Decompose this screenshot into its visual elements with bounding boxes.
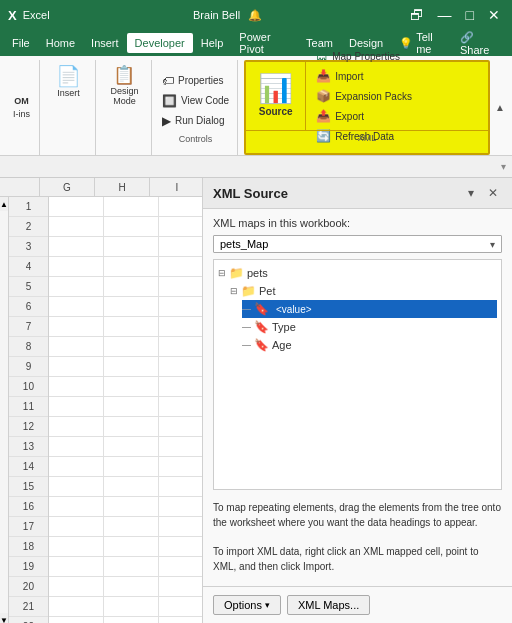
tree-item-value[interactable]: — 🔖 <value> [242,300,497,318]
cell-g20[interactable] [49,577,104,597]
cell-i9[interactable] [159,357,202,377]
cell-g7[interactable] [49,317,104,337]
scrollbar-vertical[interactable]: ▲ ▼ [0,197,9,623]
scroll-down-button[interactable]: ▼ [0,613,8,623]
source-button[interactable]: 📊 Source [246,62,306,130]
table-row[interactable] [49,537,202,557]
tree-item-age[interactable]: — 🔖 Age [242,336,497,354]
xml-maps-dropdown[interactable]: pets_Map ▾ [213,235,502,253]
expansion-packs-button[interactable]: 📦 Expansion Packs [312,87,416,105]
table-row[interactable] [49,557,202,577]
view-code-button[interactable]: 🔲 View Code [158,92,233,110]
cell-g12[interactable] [49,417,104,437]
cell-g11[interactable] [49,397,104,417]
cell-g3[interactable] [49,237,104,257]
table-row[interactable] [49,317,202,337]
cell-h13[interactable] [104,437,159,457]
table-row[interactable] [49,497,202,517]
table-row[interactable] [49,237,202,257]
design-mode-button[interactable]: 📋 DesignMode [108,64,140,108]
cell-i19[interactable] [159,557,202,577]
cell-g10[interactable] [49,377,104,397]
close-button[interactable]: ✕ [484,7,504,23]
export-button[interactable]: 📤 Export [312,107,416,125]
cell-i10[interactable] [159,377,202,397]
cell-h20[interactable] [104,577,159,597]
run-dialog-button[interactable]: ▶ Run Dialog [158,112,233,130]
cell-i6[interactable] [159,297,202,317]
cell-i8[interactable] [159,337,202,357]
properties-button[interactable]: 🏷 Properties [158,72,233,90]
cell-g17[interactable] [49,517,104,537]
cell-h7[interactable] [104,317,159,337]
cell-i13[interactable] [159,437,202,457]
cell-h15[interactable] [104,477,159,497]
table-row[interactable] [49,297,202,317]
table-row[interactable] [49,477,202,497]
cell-i1[interactable] [159,197,202,217]
cell-i17[interactable] [159,517,202,537]
cell-i15[interactable] [159,477,202,497]
cell-h19[interactable] [104,557,159,577]
cell-h3[interactable] [104,237,159,257]
table-row[interactable] [49,617,202,623]
menu-item-share[interactable]: 🔗 Share [452,27,508,60]
cell-i7[interactable] [159,317,202,337]
cell-h6[interactable] [104,297,159,317]
import-button[interactable]: 📥 Import [312,67,416,85]
menu-item-file[interactable]: File [4,33,38,53]
xml-maps-button[interactable]: XML Maps... [287,595,370,615]
table-row[interactable] [49,217,202,237]
table-row[interactable] [49,417,202,437]
cell-g22[interactable] [49,617,104,623]
cell-g14[interactable] [49,457,104,477]
cell-g4[interactable] [49,257,104,277]
cell-h8[interactable] [104,337,159,357]
cell-i11[interactable] [159,397,202,417]
cell-h16[interactable] [104,497,159,517]
table-row[interactable] [49,357,202,377]
maximize-button[interactable]: □ [462,7,478,23]
menu-item-powerpivot[interactable]: Power Pivot [231,27,298,59]
cell-i21[interactable] [159,597,202,617]
cell-g15[interactable] [49,477,104,497]
cell-i3[interactable] [159,237,202,257]
table-row[interactable] [49,197,202,217]
map-properties-button[interactable]: 🗂 Map Properties [312,47,416,65]
cell-i5[interactable] [159,277,202,297]
table-row[interactable] [49,517,202,537]
table-row[interactable] [49,397,202,417]
cell-i14[interactable] [159,457,202,477]
collapse-ribbon-button[interactable]: ▾ [501,161,506,172]
cell-h11[interactable] [104,397,159,417]
cell-g13[interactable] [49,437,104,457]
restore-button[interactable]: 🗗 [406,7,428,23]
table-row[interactable] [49,277,202,297]
menu-item-developer[interactable]: Developer [127,33,193,53]
cell-h2[interactable] [104,217,159,237]
tree-item-pets[interactable]: ⊟ 📁 pets [218,264,497,282]
ribbon-collapse-button[interactable]: ▲ [492,60,508,155]
cell-h17[interactable] [104,517,159,537]
table-row[interactable] [49,597,202,617]
minimize-button[interactable]: — [434,7,456,23]
cell-i12[interactable] [159,417,202,437]
cell-h21[interactable] [104,597,159,617]
cell-h22[interactable] [104,617,159,623]
table-row[interactable] [49,577,202,597]
cell-h9[interactable] [104,357,159,377]
table-row[interactable] [49,377,202,397]
cell-i16[interactable] [159,497,202,517]
cell-g19[interactable] [49,557,104,577]
table-row[interactable] [49,457,202,477]
cell-i22[interactable] [159,617,202,623]
table-row[interactable] [49,337,202,357]
cell-h14[interactable] [104,457,159,477]
cell-h5[interactable] [104,277,159,297]
cell-i2[interactable] [159,217,202,237]
table-row[interactable] [49,257,202,277]
xml-panel-dropdown-button[interactable]: ▾ [464,184,478,202]
cell-i4[interactable] [159,257,202,277]
cell-h18[interactable] [104,537,159,557]
tree-item-type[interactable]: — 🔖 Type [242,318,497,336]
